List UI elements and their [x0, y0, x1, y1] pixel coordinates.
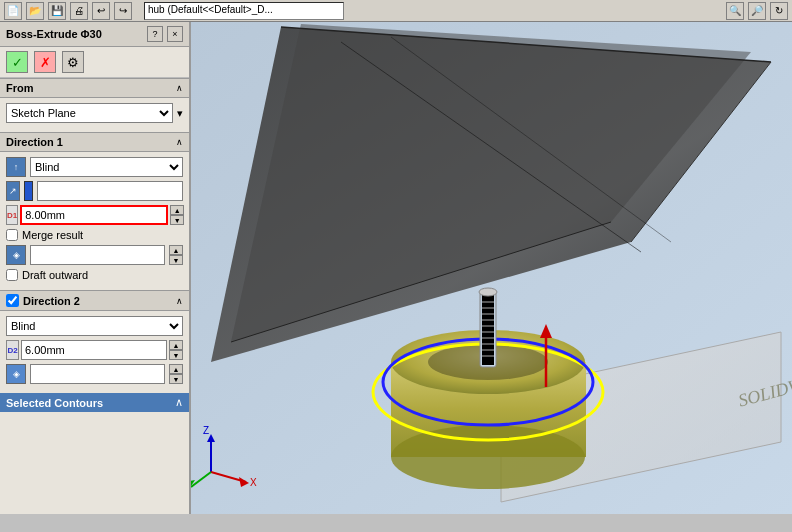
- direction2-depth-down-icon[interactable]: ▼: [169, 350, 183, 360]
- left-panel: Boss-Extrude Φ30 ? × ✓ ✗ ⚙ From ∧: [0, 22, 191, 514]
- merge-result-label: Merge result: [22, 229, 83, 241]
- direction2-enable-checkbox[interactable]: [6, 294, 19, 307]
- feature-header: Boss-Extrude Φ30 ? ×: [0, 22, 189, 47]
- undo-icon[interactable]: ↩: [92, 2, 110, 20]
- options-button[interactable]: ⚙: [62, 51, 84, 73]
- open-icon[interactable]: 📂: [26, 2, 44, 20]
- draft-outward-label: Draft outward: [22, 269, 88, 281]
- svg-text:X: X: [250, 477, 257, 488]
- direction1-section-content: ↑ Blind ↗ D1 8.00mm ▲ ▼: [0, 152, 189, 290]
- viewport-background: SOLIDWORKS: [191, 22, 792, 514]
- direction2-label: Direction 2: [23, 295, 80, 307]
- direction1-end-condition-dropdown[interactable]: Blind: [30, 157, 183, 177]
- direction1-depth-down-icon[interactable]: ▼: [170, 215, 184, 225]
- direction1-depth-icon: D1: [6, 205, 18, 225]
- selected-contours-label: Selected Contours: [6, 397, 103, 409]
- from-label: From: [6, 82, 34, 94]
- selected-contours-section-header[interactable]: Selected Contours ∧: [0, 393, 189, 412]
- direction2-contour-icon[interactable]: ◈: [6, 364, 26, 384]
- direction1-section-header[interactable]: Direction 1 ∧: [0, 132, 189, 152]
- direction1-depth-input[interactable]: 8.00mm: [20, 205, 168, 225]
- viewport[interactable]: SOLIDWORKS: [191, 22, 792, 514]
- svg-point-13: [391, 425, 585, 489]
- rotate-icon[interactable]: ↻: [770, 2, 788, 20]
- direction1-flip-icon[interactable]: ↑: [6, 157, 26, 177]
- direction1-blue-bar: [24, 181, 33, 201]
- direction1-contour-up-icon[interactable]: ▲: [169, 245, 183, 255]
- merge-result-row: Merge result: [6, 229, 183, 241]
- cancel-button[interactable]: ✗: [34, 51, 56, 73]
- direction1-depth-up-icon[interactable]: ▲: [170, 205, 184, 215]
- direction2-depth-icon: D2: [6, 340, 19, 360]
- direction2-depth-input[interactable]: 6.00mm: [21, 340, 167, 360]
- direction1-text-input[interactable]: [37, 181, 183, 201]
- direction2-section-header[interactable]: Direction 2 ∧: [0, 290, 189, 311]
- direction2-end-condition-dropdown[interactable]: Blind: [6, 316, 183, 336]
- direction1-depth-spinner[interactable]: ▲ ▼: [170, 205, 184, 225]
- merge-result-checkbox[interactable]: [6, 229, 18, 241]
- direction2-depth-spinner[interactable]: ▲ ▼: [169, 340, 183, 360]
- direction2-contour-up-icon[interactable]: ▲: [169, 364, 183, 374]
- help-question-btn[interactable]: ?: [147, 26, 163, 42]
- direction2-contour-down-icon[interactable]: ▼: [169, 374, 183, 384]
- help-close-btn[interactable]: ×: [167, 26, 183, 42]
- direction2-depth-row: D2 6.00mm ▲ ▼: [6, 340, 183, 360]
- direction1-depth-row: D1 8.00mm ▲ ▼: [6, 205, 183, 225]
- accept-button[interactable]: ✓: [6, 51, 28, 73]
- direction1-contour-spinner[interactable]: ▲ ▼: [169, 245, 183, 265]
- direction1-contour-icon[interactable]: ◈: [6, 245, 26, 265]
- zoom-out-icon[interactable]: 🔎: [748, 2, 766, 20]
- feature-title: Boss-Extrude Φ30: [6, 28, 102, 40]
- draft-outward-row: Draft outward: [6, 269, 183, 281]
- title-bar-text: hub (Default<<Default>_D...: [144, 2, 344, 20]
- save-icon[interactable]: 💾: [48, 2, 66, 20]
- print-icon[interactable]: 🖨: [70, 2, 88, 20]
- new-icon[interactable]: 📄: [4, 2, 22, 20]
- svg-text:Z: Z: [203, 425, 209, 436]
- redo-icon[interactable]: ↪: [114, 2, 132, 20]
- from-section-header[interactable]: From ∧: [0, 78, 189, 98]
- direction2-contour-spinner[interactable]: ▲ ▼: [169, 364, 183, 384]
- from-section-content: Sketch Plane ▾: [0, 98, 189, 132]
- direction1-contour-input[interactable]: [30, 245, 165, 265]
- direction2-chevron-icon: ∧: [176, 296, 183, 306]
- from-dropdown-arrow-icon: ▾: [177, 107, 183, 120]
- direction2-depth-up-icon[interactable]: ▲: [169, 340, 183, 350]
- direction1-contour-down-icon[interactable]: ▼: [169, 255, 183, 265]
- top-toolbar: 📄 📂 💾 🖨 ↩ ↪ hub (Default<<Default>_D... …: [0, 0, 792, 22]
- selected-contours-chevron-icon: ∧: [175, 396, 183, 409]
- svg-rect-17: [482, 294, 494, 365]
- action-bar: ✓ ✗ ⚙: [0, 47, 189, 78]
- zoom-in-icon[interactable]: 🔍: [726, 2, 744, 20]
- 3d-scene-svg: SOLIDWORKS: [191, 22, 792, 514]
- direction1-reverse-icon[interactable]: ↗: [6, 181, 20, 201]
- direction2-section-content: Blind D2 6.00mm ▲ ▼ ◈ ▲ ▼: [0, 311, 189, 393]
- draft-outward-checkbox[interactable]: [6, 269, 18, 281]
- from-dropdown[interactable]: Sketch Plane: [6, 103, 173, 123]
- direction2-contour-input[interactable]: [30, 364, 165, 384]
- direction1-label: Direction 1: [6, 136, 63, 148]
- svg-point-28: [479, 288, 497, 296]
- direction1-chevron-icon: ∧: [176, 137, 183, 147]
- from-chevron-icon: ∧: [176, 83, 183, 93]
